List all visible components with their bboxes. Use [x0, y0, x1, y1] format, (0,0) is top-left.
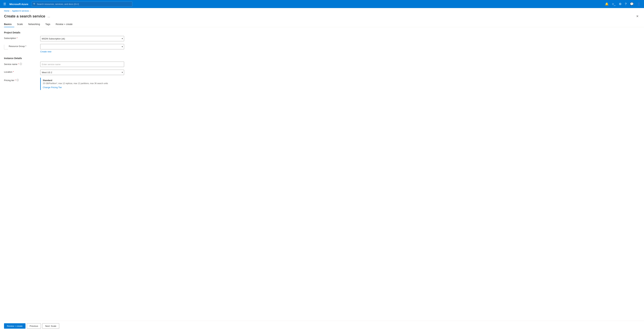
service-name-input[interactable]: [40, 62, 124, 67]
pricing-tier-box: Standard 25 GB/Partition*, max 12 replic…: [40, 78, 124, 90]
previous-button[interactable]: Previous: [27, 323, 41, 329]
resource-group-required: *: [25, 45, 26, 48]
location-select[interactable]: West US 2: [40, 70, 124, 75]
tab-review-create[interactable]: Review + create: [53, 22, 75, 27]
location-select-wrapper: West US 2 ▾: [40, 70, 124, 75]
footer: Review + create Previous Next: Scale: [0, 321, 644, 331]
project-details-section: Project Details Subscription * MSDN Subs…: [4, 31, 640, 53]
tab-tags[interactable]: Tags: [42, 22, 53, 27]
resource-group-select[interactable]: [40, 44, 124, 49]
tabs: Basics Scale Networking Tags Review + cr…: [0, 19, 644, 27]
pricing-tier-control: Standard 25 GB/Partition*, max 12 replic…: [40, 78, 124, 90]
breadcrumb: Home › Applied AI services ›: [0, 8, 644, 13]
search-input[interactable]: [37, 3, 131, 5]
breadcrumb-applied-ai[interactable]: Applied AI services: [12, 10, 29, 12]
pricing-tier-desc: 25 GB/Partition*, max 12 replicas, max 1…: [43, 82, 122, 85]
search-icon: 🔍: [33, 3, 36, 5]
subscription-label: Subscription *: [4, 36, 38, 40]
location-row: Location * West US 2 ▾: [4, 70, 640, 75]
instance-details-section: Instance Details Service name * ⓘ Locati…: [4, 57, 640, 90]
page-title: Create a search service: [4, 14, 45, 19]
breadcrumb-sep2: ›: [30, 10, 30, 12]
service-name-required: *: [18, 63, 19, 66]
page-title-area: Create a search service ...: [4, 14, 51, 19]
resource-group-control: ▾ Create new: [40, 44, 124, 53]
search-bar: 🔍: [32, 2, 132, 7]
subscription-control: MSDN Subscription (sk) ▾: [40, 36, 124, 41]
location-required: *: [13, 71, 14, 73]
cloud-shell-icon[interactable]: >_: [611, 1, 617, 7]
breadcrumb-sep1: ›: [10, 10, 11, 12]
pricing-tier-row: Pricing tier * ⓘ Standard 25 GB/Partitio…: [4, 78, 640, 90]
resource-group-select-wrapper: ▾: [40, 44, 124, 49]
pricing-tier-required: *: [15, 79, 16, 82]
create-new-link[interactable]: Create new: [40, 50, 51, 53]
pricing-tier-name: Standard: [43, 79, 122, 82]
service-name-label: Service name * ⓘ: [4, 62, 38, 66]
main-content: Project Details Subscription * MSDN Subs…: [0, 27, 644, 321]
azure-logo: Microsoft Azure: [10, 3, 28, 6]
instance-details-title: Instance Details: [4, 57, 640, 60]
service-name-info-icon[interactable]: ⓘ: [20, 63, 22, 66]
resource-group-label: Resource Group *: [9, 44, 26, 48]
close-icon[interactable]: ✕: [635, 14, 640, 19]
project-details-title: Project Details: [4, 31, 640, 34]
help-icon[interactable]: ?: [624, 1, 628, 7]
notifications-icon[interactable]: 🔔: [604, 1, 610, 7]
change-pricing-tier-link[interactable]: Change Pricing Tier: [43, 86, 62, 89]
subscription-row: Subscription * MSDN Subscription (sk) ▾: [4, 36, 640, 41]
topbar-icons: 🔔 >_ ⚙ ? 💬 👤: [604, 1, 642, 7]
service-name-row: Service name * ⓘ: [4, 62, 640, 67]
account-icon[interactable]: 👤: [636, 1, 642, 7]
more-options-icon[interactable]: ...: [46, 14, 51, 19]
tab-basics[interactable]: Basics: [4, 22, 14, 27]
resource-group-row: Resource Group * ▾ Create new: [4, 44, 640, 53]
subscription-required: *: [17, 37, 18, 40]
tab-networking[interactable]: Networking: [26, 22, 42, 27]
hamburger-menu-icon[interactable]: ☰: [2, 2, 8, 7]
location-control: West US 2 ▾: [40, 70, 124, 75]
subscription-select-wrapper: MSDN Subscription (sk) ▾: [40, 36, 124, 41]
breadcrumb-home[interactable]: Home: [4, 10, 10, 12]
resource-group-label-area: Resource Group *: [4, 44, 38, 49]
feedback-icon[interactable]: 💬: [628, 1, 635, 7]
next-button[interactable]: Next: Scale: [42, 323, 59, 329]
topbar: ☰ Microsoft Azure 🔍 🔔 >_ ⚙ ? 💬 👤: [0, 0, 644, 8]
tree-line-icon: [4, 45, 8, 49]
subscription-select[interactable]: MSDN Subscription (sk): [40, 36, 124, 41]
review-create-button[interactable]: Review + create: [4, 323, 26, 329]
pricing-tier-label: Pricing tier * ⓘ: [4, 78, 38, 82]
page-header: Create a search service ... ✕: [0, 13, 644, 19]
settings-icon[interactable]: ⚙: [618, 1, 623, 7]
location-label: Location *: [4, 70, 38, 73]
service-name-control: [40, 62, 124, 67]
pricing-tier-info-icon[interactable]: ⓘ: [16, 79, 19, 82]
tab-scale[interactable]: Scale: [14, 22, 26, 27]
